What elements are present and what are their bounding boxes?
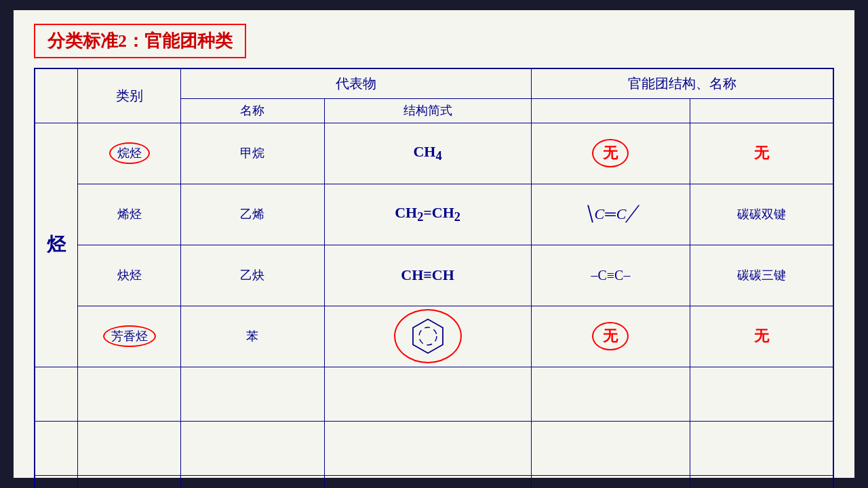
subheader-formula: 结构简式 bbox=[324, 98, 531, 123]
fg-structure-alkene: ╲C═C╱ bbox=[531, 184, 690, 245]
subheader-fg-name bbox=[690, 98, 833, 123]
formula-ch2ch2: CH2=CH2 bbox=[395, 204, 460, 221]
header-row-1: 类别 代表物 官能团结构、名称 bbox=[35, 68, 833, 98]
header-category-merge bbox=[35, 68, 77, 123]
category-alkane: 烷烃 bbox=[77, 123, 181, 184]
formula-arene bbox=[324, 306, 531, 367]
category-alkene: 烯烃 bbox=[77, 184, 181, 245]
slide-title: 分类标准2：官能团种类 bbox=[47, 31, 233, 51]
svg-marker-0 bbox=[413, 319, 443, 353]
empty-3-col5 bbox=[531, 475, 690, 488]
category-alkyne: 炔烃 bbox=[77, 245, 181, 306]
formula-alkyne: CH≡CH bbox=[324, 245, 531, 306]
alkane-label-circled: 烷烃 bbox=[109, 142, 150, 164]
row-arene: 芳香烃 苯 无 无 bbox=[35, 306, 833, 367]
empty-1-col3 bbox=[181, 367, 324, 421]
row-alkyne: 炔烃 乙炔 CH≡CH –C≡C– 碳碳三键 bbox=[35, 245, 833, 306]
subheader-name: 名称 bbox=[181, 98, 324, 123]
header-representative: 代表物 bbox=[181, 68, 531, 98]
slide: 分类标准2：官能团种类 类别 代表物 官能团结构、名称 名称 结构简式 bbox=[14, 10, 854, 478]
arene-label-circled: 芳香烃 bbox=[103, 325, 156, 347]
empty-3-col6 bbox=[690, 475, 833, 488]
header-functional-group: 官能团结构、名称 bbox=[531, 68, 833, 98]
fg-name-alkene: 碳碳双键 bbox=[690, 184, 833, 245]
formula-chch: CH≡CH bbox=[401, 266, 454, 283]
name-alkane: 甲烷 bbox=[181, 123, 324, 184]
empty-row-3 bbox=[35, 475, 833, 488]
big-category-cell: 烃 bbox=[35, 123, 77, 367]
empty-2-col3 bbox=[181, 421, 324, 475]
benzene-ring-svg bbox=[408, 316, 448, 357]
fg-name-alkyne: 碳碳三键 bbox=[690, 245, 833, 306]
header-category-label: 类别 bbox=[77, 68, 181, 123]
alkane-fg-name: 无 bbox=[754, 144, 769, 161]
benzene-oval bbox=[394, 309, 462, 363]
category-arene: 芳香烃 bbox=[77, 306, 181, 367]
empty-3-col1 bbox=[35, 475, 77, 488]
subheader-fg-structure bbox=[531, 98, 690, 123]
formula-alkane: CH4 bbox=[324, 123, 531, 184]
empty-1-col5 bbox=[531, 367, 690, 421]
arene-fg-name: 无 bbox=[754, 327, 769, 344]
formula-ch4: CH4 bbox=[413, 143, 441, 160]
empty-1-col6 bbox=[690, 367, 833, 421]
empty-2-col6 bbox=[690, 421, 833, 475]
title-box: 分类标准2：官能团种类 bbox=[34, 24, 246, 58]
fg-name-arene: 无 bbox=[690, 306, 833, 367]
empty-2-col1 bbox=[35, 421, 77, 475]
name-alkyne: 乙炔 bbox=[181, 245, 324, 306]
empty-row-1 bbox=[35, 367, 833, 421]
empty-2-col2 bbox=[77, 421, 181, 475]
empty-3-col2 bbox=[77, 475, 181, 488]
empty-2-col5 bbox=[531, 421, 690, 475]
alkane-fg-circled: 无 bbox=[592, 139, 629, 167]
empty-2-col4 bbox=[324, 421, 531, 475]
name-alkene: 乙烯 bbox=[181, 184, 324, 245]
empty-1-col1 bbox=[35, 367, 77, 421]
fg-structure-alkane: 无 bbox=[531, 123, 690, 184]
empty-row-2 bbox=[35, 421, 833, 475]
empty-3-col4 bbox=[324, 475, 531, 488]
row-alkene: 烯烃 乙烯 CH2=CH2 ╲C═C╱ 碳碳双键 bbox=[35, 184, 833, 245]
empty-3-col3 bbox=[181, 475, 324, 488]
cc-double-bond: ╲C═C╱ bbox=[585, 205, 636, 222]
fg-structure-arene: 无 bbox=[531, 306, 690, 367]
name-arene: 苯 bbox=[181, 306, 324, 367]
main-table: 类别 代表物 官能团结构、名称 名称 结构简式 烃 bbox=[34, 68, 834, 488]
row-alkane: 烃 烷烃 甲烷 CH4 无 无 bbox=[35, 123, 833, 184]
arene-fg-circled: 无 bbox=[592, 322, 629, 350]
fg-structure-alkyne: –C≡C– bbox=[531, 245, 690, 306]
fg-name-alkane: 无 bbox=[690, 123, 833, 184]
empty-1-col2 bbox=[77, 367, 181, 421]
cc-triple-bond: –C≡C– bbox=[591, 268, 630, 283]
formula-alkene: CH2=CH2 bbox=[324, 184, 531, 245]
svg-point-2 bbox=[419, 327, 437, 345]
empty-1-col4 bbox=[324, 367, 531, 421]
